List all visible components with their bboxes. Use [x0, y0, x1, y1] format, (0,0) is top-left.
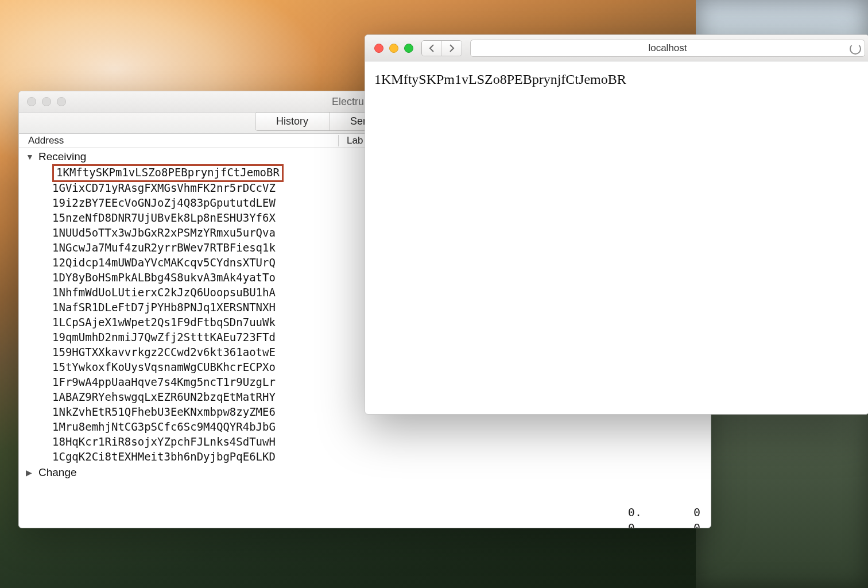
browser-body: 1KMftySKPm1vLSZo8PEBprynjfCtJemoBR [365, 61, 868, 98]
address-row[interactable]: 1CgqK2Ci8tEXHMeit3bh6nDyjbgPqE6LKD [52, 449, 707, 464]
zoom-icon[interactable] [57, 97, 66, 106]
chevron-left-icon [429, 44, 435, 52]
browser-titlebar[interactable]: localhost [365, 35, 868, 61]
close-icon[interactable] [27, 97, 36, 106]
address-row[interactable]: 18HqKcr1RiR8sojxYZpchFJLnks4SdTuwH [52, 434, 707, 449]
close-icon[interactable] [374, 44, 383, 53]
minimize-icon[interactable] [389, 44, 398, 53]
page-text[interactable]: 1KMftySKPm1vLSZo8PEBprynjfCtJemoBR [374, 72, 626, 87]
minimize-icon[interactable] [42, 97, 51, 106]
chevron-right-icon [449, 44, 455, 52]
address-row[interactable]: 1Mru8emhjNtCG3pSCfc6Sc9M4QQYR4bJbG [52, 419, 707, 434]
change-node[interactable]: ▶ Change [26, 465, 707, 480]
browser-traffic-lights[interactable] [374, 44, 413, 53]
chevron-right-icon[interactable]: ▶ [26, 465, 36, 480]
balance-row: 0.0 [628, 505, 700, 520]
zoom-icon[interactable] [404, 44, 413, 53]
change-label: Change [38, 465, 77, 480]
electrum-traffic-lights[interactable] [27, 97, 66, 106]
browser-window: localhost 1KMftySKPm1vLSZo8PEBprynjfCtJe… [365, 34, 868, 415]
reload-icon[interactable] [850, 43, 861, 55]
chevron-down-icon[interactable]: ▼ [26, 149, 36, 164]
column-label[interactable]: Lab [339, 135, 363, 146]
back-button[interactable] [422, 41, 442, 56]
address-row[interactable]: 1KMftySKPm1vLSZo8PEBprynjfCtJemoBR [52, 164, 284, 182]
url-text: localhost [648, 42, 687, 54]
tab-history[interactable]: History [255, 113, 330, 130]
forward-button[interactable] [442, 41, 462, 56]
column-address[interactable]: Address [28, 135, 339, 146]
balance-row: 0.0 [628, 520, 700, 528]
balance-column: 0.00.00.00.0 [628, 505, 700, 528]
url-bar[interactable]: localhost [470, 40, 865, 57]
receiving-label: Receiving [38, 149, 86, 164]
nav-buttons [421, 40, 462, 56]
